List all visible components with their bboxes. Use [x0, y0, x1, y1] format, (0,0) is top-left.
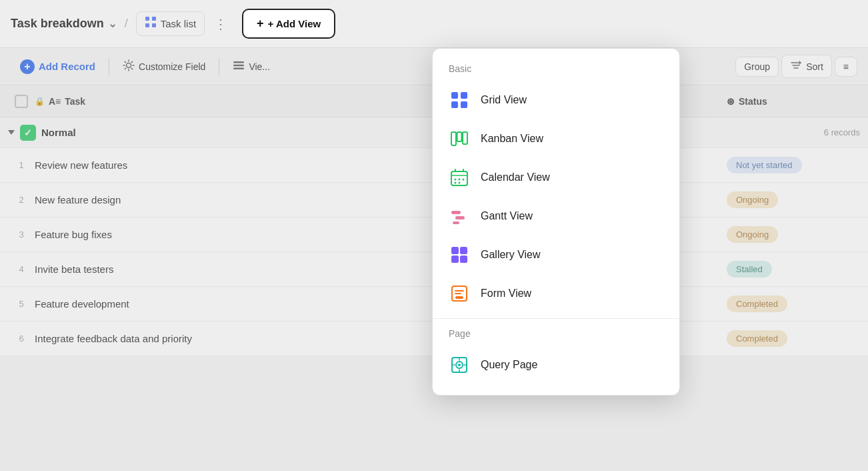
plus-icon: + [257, 17, 264, 31]
svg-point-17 [459, 179, 461, 181]
row-status-2: Ongoing [727, 191, 860, 208]
row-status-4: Stalled [727, 261, 860, 278]
kanban-view-label: Kanban View [481, 133, 543, 145]
group-button[interactable]: Group [735, 57, 779, 77]
task-col-text: Task [65, 96, 85, 107]
task-list-label: Task list [161, 18, 196, 29]
basic-section-label: Basic [433, 59, 679, 81]
menu-item-grid[interactable]: Grid View [433, 81, 679, 119]
chevron-down-icon: ⌄ [108, 17, 117, 30]
svg-rect-2 [145, 23, 149, 27]
status-badge-1: Not yet started [727, 157, 802, 173]
status-badge-3: Ongoing [727, 226, 778, 243]
row-number-6: 6 [8, 334, 35, 344]
svg-point-32 [458, 364, 461, 366]
group-collapse-icon[interactable] [8, 130, 15, 135]
task-list-button[interactable]: Task list [136, 11, 205, 36]
status-badge-5: Completed [727, 296, 787, 312]
svg-rect-23 [453, 221, 459, 224]
svg-rect-5 [233, 61, 244, 63]
svg-point-19 [455, 182, 457, 184]
status-badge-2: Ongoing [727, 191, 778, 208]
more-options-button[interactable]: ⋮ [210, 13, 231, 35]
add-record-button[interactable]: + Add Record [11, 54, 105, 79]
svg-point-18 [463, 179, 465, 181]
calendar-view-label: Calendar View [481, 171, 550, 183]
sort-button[interactable]: Sort [781, 55, 832, 78]
svg-rect-11 [461, 101, 467, 108]
svg-point-20 [459, 182, 461, 184]
form-view-label: Form View [481, 288, 531, 300]
row-status-1: Not yet started [727, 157, 860, 173]
breadcrumb-sep: / [125, 17, 128, 31]
gallery-view-label: Gallery View [481, 249, 541, 261]
grid-view-icon [449, 89, 470, 111]
row-status-3: Ongoing [727, 226, 860, 243]
row-number-5: 5 [8, 299, 35, 309]
svg-rect-22 [455, 216, 465, 219]
select-all-checkbox[interactable] [15, 95, 28, 108]
add-view-button[interactable]: + + Add View [242, 9, 335, 39]
menu-item-form[interactable]: Form View [433, 274, 679, 313]
svg-point-4 [127, 63, 131, 68]
add-view-label: + Add View [268, 18, 321, 29]
customize-field-label: Customize Field [139, 61, 205, 72]
svg-rect-10 [451, 101, 458, 108]
svg-point-16 [455, 179, 457, 181]
customize-field-button[interactable]: Customize Field [113, 54, 215, 79]
calendar-view-icon [449, 167, 470, 188]
svg-rect-21 [451, 211, 461, 214]
group-name: Normal [41, 127, 76, 138]
svg-rect-25 [460, 247, 467, 254]
more-toolbar-icon: ≡ [843, 61, 849, 72]
row-status-6: Completed [727, 330, 860, 347]
add-record-icon: + [20, 59, 35, 74]
svg-rect-13 [457, 132, 462, 141]
view-icon [233, 59, 245, 73]
group-label: Group [744, 61, 770, 72]
menu-item-calendar[interactable]: Calendar View [433, 158, 679, 197]
svg-rect-9 [461, 92, 467, 99]
toolbar-right: Group Sort ≡ [735, 55, 857, 78]
menu-item-kanban[interactable]: Kanban View [433, 119, 679, 158]
svg-rect-26 [451, 256, 459, 263]
menu-item-query[interactable]: Query Page [433, 346, 679, 384]
kanban-view-icon [449, 128, 470, 149]
customize-field-icon [123, 59, 135, 73]
menu-item-gantt[interactable]: Gantt View [433, 197, 679, 235]
status-badge-6: Completed [727, 330, 787, 347]
sort-icon [790, 59, 802, 73]
svg-rect-6 [233, 65, 244, 67]
view-button[interactable]: Vie... [223, 54, 279, 79]
add-view-dropdown: Basic Grid View Kanb [432, 48, 680, 396]
form-view-icon [449, 283, 470, 304]
row-status-5: Completed [727, 296, 860, 312]
svg-rect-8 [451, 92, 458, 99]
query-page-label: Query Page [481, 359, 537, 371]
sort-label: Sort [806, 61, 823, 72]
lock-icon: 🔒 [35, 97, 45, 106]
svg-rect-24 [451, 247, 459, 254]
gallery-view-icon [449, 244, 470, 266]
toolbar-divider-2 [219, 57, 219, 76]
gantt-view-icon [449, 205, 470, 227]
grid-view-icon [145, 16, 157, 31]
status-col-text: Status [739, 96, 767, 107]
page-section-label: Page [433, 324, 679, 346]
toolbar-divider-1 [109, 57, 109, 76]
title-text: Task breakdown [11, 17, 104, 31]
svg-rect-7 [233, 68, 244, 70]
svg-rect-12 [451, 132, 456, 145]
menu-item-gallery[interactable]: Gallery View [433, 235, 679, 274]
grid-view-label: Grid View [481, 94, 527, 106]
status-column-header: ⊛ Status [727, 96, 860, 107]
breadcrumb-title: Task breakdown ⌄ [11, 17, 117, 31]
group-checkbox: ✓ [20, 125, 36, 141]
status-circle-icon: ⊛ [727, 96, 735, 107]
group-record-count: 6 records [824, 127, 860, 137]
task-col-label: A≡ [49, 96, 61, 107]
more-toolbar-button[interactable]: ≡ [835, 57, 857, 77]
svg-rect-27 [460, 256, 467, 263]
svg-rect-3 [152, 23, 156, 27]
svg-rect-14 [463, 132, 467, 144]
